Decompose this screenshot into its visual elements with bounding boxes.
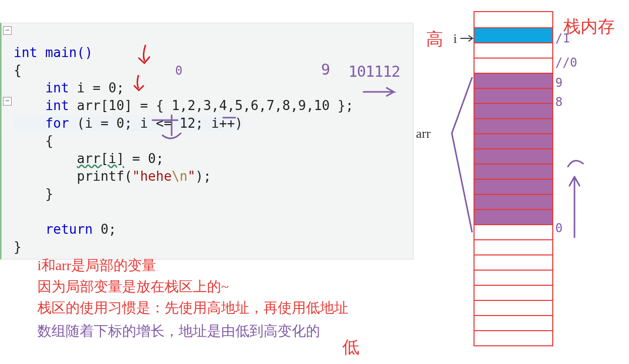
fold-icon[interactable]: −: [3, 97, 12, 106]
stack-cell-gap: [475, 42, 552, 58]
brace-open: {: [45, 133, 54, 148]
kw-for: for: [45, 116, 69, 131]
stack-cell-gap: [475, 58, 552, 73]
stack-cell-arr: [475, 133, 552, 148]
label-idx9: 9: [555, 76, 562, 90]
label-arr: arr: [416, 126, 431, 141]
kw-int: int main(): [14, 45, 93, 60]
decl-arr: arr[10] = { 1,2,3,4,5,6,7,8,9,10 };: [69, 98, 354, 113]
stack-cell: [475, 330, 552, 345]
label-i: i: [453, 31, 457, 46]
stack-diagram: [474, 11, 553, 346]
stack-cell-arr9: [475, 73, 552, 88]
kw-int: int: [45, 98, 69, 113]
label-high: 高: [426, 28, 443, 51]
label-idx0: 0: [555, 221, 562, 235]
stack-cell-arr8: [475, 88, 552, 103]
stack-cell-arr0: [475, 209, 552, 224]
arrow-i: [460, 35, 473, 41]
stack-cell-arr: [475, 194, 552, 209]
ink-mark: [568, 161, 583, 167]
stack-cell-i: [475, 27, 552, 42]
ink-nine: 9: [321, 61, 330, 78]
label-stack-title: 栈内存: [563, 15, 615, 38]
stack-cell-arr: [475, 103, 552, 118]
stack-cell: [475, 239, 552, 254]
code-lines: int main() { int i = 0; int arr[10] = { …: [14, 26, 413, 256]
assign-lhs: arr[i]: [77, 151, 124, 166]
ret-val: 0;: [93, 222, 117, 237]
ink-seq: 101112: [348, 63, 400, 80]
stack-cell-arr: [475, 148, 552, 164]
stack-cell: [475, 12, 552, 27]
label-low: 低: [342, 336, 359, 359]
stack-cell: [475, 285, 552, 300]
fold-gutter: − −: [3, 26, 13, 256]
brace-close: }: [45, 186, 54, 201]
decl-i: i = 0;: [69, 80, 125, 95]
ink-i-addr: /1: [555, 31, 570, 45]
kw-int: int: [45, 80, 69, 95]
printf-str: "hehe: [132, 169, 172, 184]
brace-arr: [452, 78, 472, 232]
code-editor: − − int main() { int i = 0; int arr[10] …: [0, 23, 413, 259]
stack-cell-arr: [475, 118, 552, 133]
note-line: 数组随着下标的增长，地址是由低到高变化的: [37, 321, 348, 342]
note-line: 因为局部变量是放在栈区上的~: [37, 276, 348, 297]
ink-zero: 0: [175, 64, 182, 78]
stack-cell-arr: [475, 164, 552, 179]
arrow-up: [569, 177, 580, 237]
printf-call: printf(: [77, 169, 132, 184]
brace-close: }: [14, 239, 22, 254]
for-head: (i = 0; i <= 12; i++): [69, 116, 243, 131]
stack-cell: [475, 270, 552, 285]
ink-gap-addr: //0: [555, 56, 577, 70]
brace-open: {: [14, 63, 22, 78]
printf-end: );: [195, 169, 211, 184]
fold-icon[interactable]: −: [3, 26, 12, 35]
printf-escape: \n: [172, 169, 187, 184]
stack-cell: [475, 254, 552, 270]
stack-cell: [475, 315, 552, 330]
assign-rhs: = 0;: [124, 151, 164, 166]
note-line: 栈区的使用习惯是：先使用高地址，再使用低地址: [37, 297, 348, 319]
explanation-notes: i和arr是局部的变量 因为局部变量是放在栈区上的~ 栈区的使用习惯是：先使用高…: [37, 255, 348, 342]
note-line: i和arr是局部的变量: [37, 255, 348, 276]
stack-cell: [475, 224, 552, 239]
stack-cell-arr: [475, 179, 552, 194]
stack-cell: [475, 300, 552, 315]
kw-return: return: [45, 222, 93, 237]
label-idx8: 8: [555, 95, 562, 109]
